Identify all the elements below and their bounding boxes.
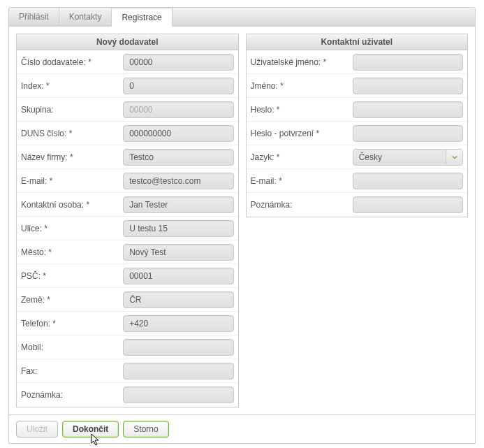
label-username: Uživatelské jméno: * <box>251 57 353 67</box>
label-group: Skupina: <box>21 105 123 115</box>
panel-contact-user: Kontaktní uživatel Uživatelské jméno: * … <box>246 34 469 217</box>
label-city: Město: * <box>21 247 123 257</box>
label-fax: Fax: <box>21 366 123 376</box>
label-user-email: E-mail: * <box>251 176 353 186</box>
input-contact[interactable] <box>123 196 233 213</box>
tab-bar: Přihlásit Kontakty Registrace <box>8 7 476 27</box>
label-language: Jazyk: * <box>251 152 353 162</box>
panel-new-supplier-title: Nový dodavatel <box>17 34 238 50</box>
panel-new-supplier: Nový dodavatel Číslo dodavatele: * Index… <box>16 34 239 407</box>
cancel-button[interactable]: Storno <box>123 421 168 438</box>
input-phone[interactable] <box>123 315 233 332</box>
input-username[interactable] <box>353 54 463 71</box>
input-supplier-email[interactable] <box>123 173 233 189</box>
input-group[interactable] <box>123 101 233 118</box>
label-firstname: Jméno: * <box>251 81 353 91</box>
label-supplier-no: Číslo dodavatele: * <box>21 57 123 67</box>
select-language[interactable]: Česky <box>353 149 463 166</box>
label-mobile: Mobil: <box>21 342 123 352</box>
input-street[interactable] <box>123 220 233 237</box>
label-duns: DUNS číslo: * <box>21 129 123 138</box>
label-user-note: Poznámka: <box>251 200 353 210</box>
label-zip: PSČ: * <box>21 271 123 281</box>
content-area: Nový dodavatel Číslo dodavatele: * Index… <box>8 27 476 415</box>
input-user-email[interactable] <box>353 173 463 189</box>
chevron-down-icon[interactable] <box>446 150 462 165</box>
label-index: Index: * <box>21 81 123 91</box>
select-language-value: Česky <box>353 150 446 165</box>
finish-button[interactable]: Dokončit <box>62 421 119 438</box>
input-index[interactable] <box>123 78 233 94</box>
label-contact: Kontaktní osoba: * <box>21 200 123 210</box>
tab-login[interactable]: Přihlásit <box>9 8 59 26</box>
label-company: Název firmy: * <box>21 152 123 162</box>
input-supplier-no[interactable] <box>123 54 233 71</box>
label-phone: Telefon: * <box>21 319 123 328</box>
input-password[interactable] <box>353 101 463 118</box>
input-supplier-note[interactable] <box>123 386 233 403</box>
input-password-confirm[interactable] <box>353 125 463 142</box>
label-supplier-note: Poznámka: <box>21 390 123 400</box>
input-zip[interactable] <box>123 268 233 284</box>
tab-register[interactable]: Registrace <box>112 8 172 27</box>
label-country: Země: * <box>21 295 123 305</box>
input-city[interactable] <box>123 244 233 261</box>
input-company[interactable] <box>123 149 233 166</box>
input-duns[interactable] <box>123 125 233 142</box>
panel-contact-user-title: Kontaktní uživatel <box>247 34 468 50</box>
label-password2: Heslo - potvrzení * <box>251 129 353 138</box>
input-firstname[interactable] <box>353 78 463 94</box>
button-bar: Uložit Dokončit Storno <box>8 415 476 444</box>
input-fax[interactable] <box>123 363 233 380</box>
label-password: Heslo: * <box>251 105 353 115</box>
tab-contacts[interactable]: Kontakty <box>59 8 112 26</box>
input-user-note[interactable] <box>353 196 463 213</box>
save-button: Uložit <box>16 421 58 438</box>
label-supplier-email: E-mail: * <box>21 176 123 186</box>
input-country[interactable] <box>123 291 233 308</box>
label-street: Ulice: * <box>21 224 123 233</box>
input-mobile[interactable] <box>123 339 233 356</box>
